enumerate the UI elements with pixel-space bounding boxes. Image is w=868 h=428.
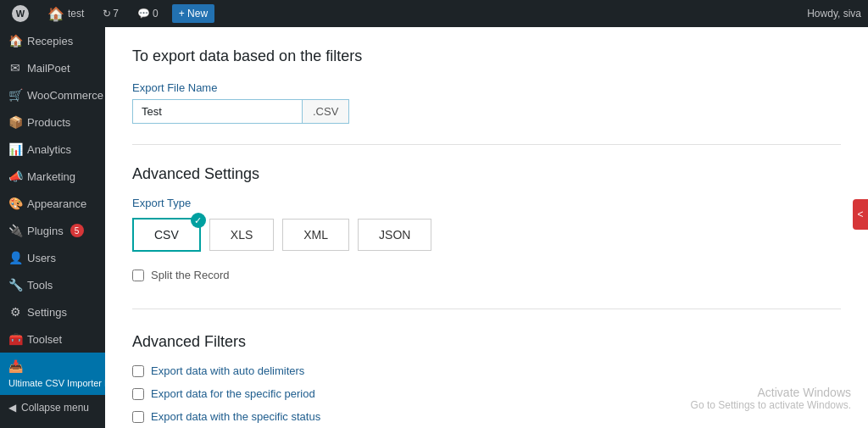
filter-specific-period: Export data for the specific period (132, 387, 841, 400)
updates-icon: ↻ (103, 8, 111, 19)
export-type-row: ✓ CSV XLS XML JSON (132, 218, 841, 252)
collapse-menu-button[interactable]: ◀ Collapse menu (0, 395, 105, 420)
export-file-input[interactable] (132, 99, 302, 124)
sidebar-item-mailpoet[interactable]: ✉ MailPoet (0, 54, 105, 81)
sidebar-item-plugins[interactable]: 🔌 Plugins 5 (0, 217, 105, 244)
sidebar-item-label: Plugins (27, 225, 64, 237)
specific-period-label[interactable]: Export data for the specific period (151, 387, 315, 400)
wp-logo-item[interactable]: W (7, 2, 34, 25)
advanced-filters-section: Advanced Filters Export data with auto d… (132, 330, 841, 423)
file-name-label: Export File Name (132, 81, 841, 94)
sidebar-item-appearance[interactable]: 🎨 Appearance (0, 190, 105, 217)
sidebar-item-label: Ultimate CSV Importer PRO (8, 378, 105, 388)
toolset-icon: 🧰 (8, 332, 22, 346)
admin-bar-left: W 🏠 test ↻ 7 💬 0 + New (7, 2, 797, 25)
sidebar-item-products[interactable]: 📦 Products (0, 108, 105, 136)
export-type-xls[interactable]: XLS (209, 219, 274, 251)
plugins-badge: 5 (70, 224, 84, 237)
users-icon: 👤 (8, 251, 22, 264)
comments-count: 0 (153, 8, 159, 19)
sidebar-item-label: MailPoet (27, 62, 70, 75)
sidebar-item-label: Users (27, 252, 56, 264)
wp-logo: W (12, 5, 29, 22)
specific-period-checkbox[interactable] (132, 388, 144, 400)
sidebar-item-recepies[interactable]: 🏠 Recepies (0, 27, 105, 54)
products-icon: 📦 (8, 115, 22, 129)
specific-status-label[interactable]: Export data with the specific status (151, 410, 320, 423)
main-layout: 🏠 Recepies ✉ MailPoet 🛒 WooCommerce 📦 Pr… (0, 27, 868, 428)
sidebar-item-analytics[interactable]: 📊 Analytics (0, 136, 105, 163)
advanced-filters-title: Advanced Filters (132, 333, 841, 351)
ultimate-csv-icon: 📥 (8, 359, 22, 373)
auto-delimiters-label[interactable]: Export data with auto delimiters (151, 364, 304, 377)
content-area: To export data based on the filters Expo… (105, 27, 868, 428)
sidebar-item-label: Products (27, 116, 70, 129)
howdy-text: Howdy, siva (807, 8, 861, 19)
split-record-checkbox[interactable] (132, 270, 144, 281)
sidebar-item-label: Appearance (27, 197, 86, 210)
export-type-csv[interactable]: ✓ CSV (132, 218, 201, 252)
xls-label: XLS (231, 228, 253, 242)
comments-item[interactable]: 💬 0 (132, 4, 164, 23)
sidebar-item-users[interactable]: 👤 Users (0, 244, 105, 271)
site-name: test (68, 8, 84, 19)
sidebar: 🏠 Recepies ✉ MailPoet 🛒 WooCommerce 📦 Pr… (0, 27, 105, 428)
export-type-json[interactable]: JSON (358, 219, 431, 251)
sidebar-item-label: Analytics (27, 143, 71, 156)
sidebar-item-label: Tools (27, 279, 53, 292)
export-file-input-row: .CSV (132, 99, 841, 124)
sidebar-item-label: Recepies (27, 35, 73, 47)
split-record-row: Split the Record (132, 269, 841, 281)
sidebar-item-settings[interactable]: ⚙ Settings (0, 298, 105, 325)
export-file-ext: .CSV (302, 99, 349, 124)
export-section-title: To export data based on the filters (132, 47, 841, 65)
json-label: JSON (379, 228, 410, 242)
auto-delimiters-checkbox[interactable] (132, 365, 144, 377)
new-button[interactable]: + New (172, 4, 214, 23)
sidebar-item-label: Settings (27, 306, 67, 319)
collapse-label: Collapse menu (21, 402, 89, 414)
marketing-icon: 📣 (8, 170, 22, 183)
sidebar-item-label: WooCommerce (27, 89, 103, 102)
plugins-icon: 🔌 (8, 224, 22, 237)
mailpoet-icon: ✉ (8, 61, 22, 75)
analytics-icon: 📊 (8, 142, 22, 156)
sidebar-item-woocommerce[interactable]: 🛒 WooCommerce (0, 81, 105, 108)
woocommerce-icon: 🛒 (8, 88, 22, 102)
filter-auto-delimiters: Export data with auto delimiters (132, 364, 841, 377)
tools-icon: 🔧 (8, 278, 22, 292)
sidebar-item-tools[interactable]: 🔧 Tools (0, 271, 105, 298)
admin-bar: W 🏠 test ↻ 7 💬 0 + New Howdy, siva (0, 0, 868, 27)
csv-label: CSV (154, 228, 179, 242)
site-name-item[interactable]: 🏠 test (42, 3, 89, 25)
export-type-xml[interactable]: XML (282, 219, 349, 251)
advanced-settings-section: Advanced Settings Export Type ✓ CSV XLS … (132, 165, 841, 309)
pull-tab[interactable]: < (853, 199, 868, 230)
appearance-icon: 🎨 (8, 197, 22, 210)
filter-specific-status: Export data with the specific status (132, 410, 841, 423)
pull-tab-icon: < (857, 208, 863, 220)
comment-icon: 💬 (137, 8, 150, 19)
updates-item[interactable]: ↻ 7 (97, 4, 124, 23)
recepies-icon: 🏠 (8, 34, 22, 47)
export-type-label: Export Type (132, 197, 841, 209)
selected-check-icon: ✓ (191, 213, 206, 228)
split-record-label[interactable]: Split the Record (151, 269, 230, 281)
sidebar-item-ultimate-csv[interactable]: 📥 Ultimate CSV Importer PRO (0, 353, 105, 395)
sidebar-item-toolset[interactable]: 🧰 Toolset (0, 325, 105, 353)
xml-label: XML (303, 228, 328, 242)
sidebar-item-label: Toolset (27, 333, 62, 346)
advanced-settings-title: Advanced Settings (132, 165, 841, 183)
sidebar-item-marketing[interactable]: 📣 Marketing (0, 163, 105, 190)
collapse-icon: ◀ (8, 402, 16, 414)
specific-status-checkbox[interactable] (132, 411, 144, 423)
settings-icon: ⚙ (8, 305, 22, 319)
updates-count: 7 (113, 8, 119, 19)
export-section: To export data based on the filters Expo… (132, 47, 841, 145)
new-label: + New (179, 8, 208, 19)
sidebar-item-label: Marketing (27, 170, 75, 183)
site-icon: 🏠 (47, 6, 64, 22)
